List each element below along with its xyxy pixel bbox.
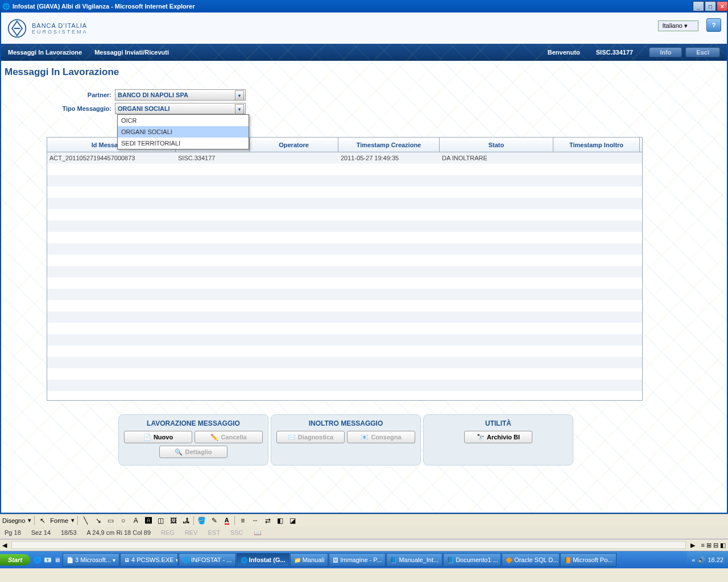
windows-taskbar: Start 🌐 📧 🖥 📄3 Microsoft... ▾ 🖥4 PCSWS.E… [0, 551, 728, 568]
diagram-icon[interactable]: ◫ [156, 516, 166, 525]
language-select[interactable]: Italiano ▾ [658, 20, 698, 31]
line-color-icon[interactable]: ✎ [209, 516, 219, 525]
maximize-button[interactable]: □ [705, 1, 716, 11]
help-button[interactable]: ? [706, 18, 721, 32]
panel-lavorazione: LAVORAZIONE MESSAGGIO 📄Nuovo ✏️Cancella … [118, 414, 268, 465]
navbar: Messaggi In Lavorazione Messaggi Inviati… [1, 44, 727, 61]
close-button[interactable]: × [717, 1, 728, 11]
dropdown-option-oicr[interactable]: OICR [118, 115, 249, 126]
pointer-icon[interactable]: ↖ [38, 516, 47, 525]
col-operatore[interactable]: Operatore [250, 138, 338, 152]
word-status-bar: Pg 18 Sez 14 18/53 A 24,9 cm Ri 18 Col 8… [0, 526, 728, 539]
status-book-icon: 📖 [254, 529, 262, 537]
quick-ie-icon[interactable]: 🌐 [32, 556, 43, 564]
disegno-menu[interactable]: Disegno [2, 517, 25, 524]
tray-clock: 18.22 [708, 556, 723, 563]
word-drawing-toolbar: Disegno▾ ↖ Forme▾ ╲ ↘ ▭ ○ A 🅰 ◫ 🖼 🏞 🪣 ✎ … [0, 514, 728, 526]
task-manuale[interactable]: 📘Manuale_Int... [386, 553, 442, 567]
status-ssc: SSC [230, 529, 243, 536]
nuovo-button[interactable]: 📄Nuovo [124, 431, 192, 443]
dropdown-option-organi[interactable]: ORGANI SOCIALI [118, 126, 249, 138]
col-timestamp-creazione[interactable]: Timestamp Creazione [338, 138, 440, 152]
partner-label: Partner: [58, 92, 115, 98]
quick-desk-icon[interactable]: 🖥 [53, 556, 63, 563]
forme-menu[interactable]: Forme [50, 517, 68, 524]
line-icon[interactable]: ╲ [81, 516, 90, 525]
tray-chevron[interactable]: « [692, 556, 695, 563]
col-timestamp-inoltro[interactable]: Timestamp Inoltro [553, 138, 640, 152]
tipo-label: Tipo Messaggio: [58, 105, 115, 112]
cell-ts: 2011-05-27 19:49:35 [338, 155, 440, 161]
task-microsoft[interactable]: 📄3 Microsoft... ▾ [63, 553, 119, 567]
arrow-style-icon[interactable]: ⇄ [263, 516, 272, 525]
dropdown-option-sedi[interactable]: SEDI TERRITORIALI [118, 138, 249, 149]
cell-cat: SISC.334177 [176, 155, 250, 161]
status-est: EST [208, 529, 220, 536]
task-infostat2[interactable]: 🌐Infostat (G... [237, 553, 289, 567]
task-ppt[interactable]: 📙Microsoft Po... [560, 553, 617, 567]
consegna-button[interactable]: 📧Consegna [347, 431, 415, 443]
tipo-dropdown[interactable]: OICR ORGANI SOCIALI SEDI TERRITORIALI [117, 114, 249, 149]
panel-title: LAVORAZIONE MESSAGGIO [123, 419, 263, 427]
tray-vol-icon[interactable]: 🔊 [697, 556, 705, 564]
cancella-button[interactable]: ✏️Cancella [195, 431, 263, 443]
archivio-button[interactable]: 🔭Archivio BI [464, 431, 532, 443]
welcome-label: Benvenuto [548, 49, 580, 56]
col-stato[interactable]: Stato [440, 138, 553, 152]
nav-messaggi-lavorazione[interactable]: Messaggi In Lavorazione [8, 49, 82, 56]
textbox-icon[interactable]: A [131, 516, 140, 525]
rect-icon[interactable]: ▭ [106, 516, 115, 525]
mail-icon: ✉️ [288, 434, 296, 441]
fill-icon[interactable]: 🪣 [197, 516, 206, 525]
ie-icon: 🌐 [2, 3, 10, 10]
erase-icon: ✏️ [210, 434, 218, 441]
panel-inoltro: INOLTRO MESSAGGIO ✉️Diagnostica 📧Consegn… [271, 414, 421, 465]
message-grid: Id Messaggio Categoria Operatore Timesta… [47, 137, 643, 401]
start-button[interactable]: Start [0, 554, 30, 566]
wordart-icon[interactable]: 🅰 [143, 516, 153, 525]
plus-icon: 📄 [143, 434, 151, 441]
task-pcsws[interactable]: 🖥4 PCSWS.EXE ▾ [120, 553, 178, 567]
bank-subtitle: EUROSISTEMA [32, 29, 88, 35]
window-titlebar: 🌐 Infostat (GIAVA) Albi di Vigilanza - M… [0, 0, 728, 13]
status-pages: 18/53 [61, 529, 77, 536]
3d-icon[interactable]: ◪ [288, 516, 297, 525]
nav-messaggi-inviati[interactable]: Messaggi Inviati/Ricevuti [94, 49, 169, 56]
table-row[interactable]: ACT_20110527194457000873 SISC.334177 201… [47, 152, 642, 164]
page-title: Messaggi In Lavorazione [1, 61, 727, 84]
quick-ol-icon[interactable]: 📧 [43, 556, 53, 564]
diagnostica-button[interactable]: ✉️Diagnostica [276, 431, 345, 443]
clipart-icon[interactable]: 🖼 [168, 516, 178, 525]
send-icon: 📧 [361, 434, 369, 441]
panel-title: UTILITÀ [428, 419, 568, 427]
arrow-icon[interactable]: ↘ [93, 516, 103, 525]
font-color-icon[interactable]: A [222, 516, 231, 525]
minimize-button[interactable]: _ [693, 1, 704, 11]
status-pos: A 24,9 cm Ri 18 Col 89 [87, 529, 151, 536]
task-doc1[interactable]: 📘Documento1 ... [443, 553, 501, 567]
status-sez: Sez 14 [31, 529, 51, 536]
panel-utilita: UTILITÀ 🔭Archivio BI [423, 414, 573, 465]
shadow-icon[interactable]: ◧ [275, 516, 285, 525]
exit-button[interactable]: Esci [685, 47, 720, 57]
window-title: Infostat (GIAVA) Albi di Vigilanza - Mic… [13, 3, 195, 10]
oval-icon[interactable]: ○ [118, 516, 128, 525]
cell-stato: DA INOLTRARE [440, 155, 553, 161]
line-weight-icon[interactable]: ≡ [238, 516, 247, 525]
bank-logo-icon [7, 18, 27, 39]
binoculars-icon: 🔭 [477, 434, 485, 441]
task-immagine[interactable]: 🖼Immagine - P... [329, 553, 386, 567]
partner-select[interactable]: BANCO DI NAPOLI SPA [115, 89, 246, 101]
task-infostat1[interactable]: 🌐INFOSTAT - ... [179, 553, 236, 567]
system-tray[interactable]: « 🔊 18.22 [687, 551, 728, 568]
picture-icon[interactable]: 🏞 [181, 516, 191, 525]
dash-icon[interactable]: ┄ [250, 516, 260, 525]
info-button[interactable]: Info [649, 47, 682, 57]
tipo-messaggio-select[interactable]: ORGANI SOCIALI [115, 103, 246, 114]
word-horizontal-scrollbar[interactable]: ◀ ▶ ≡ ⊞ ⊟ ◧ [0, 539, 728, 551]
browser-content: BANCA D'ITALIA EUROSISTEMA Italiano ▾ ? … [0, 13, 728, 514]
panel-title: INOLTRO MESSAGGIO [276, 419, 416, 427]
task-manuali[interactable]: 📁Manuali [290, 553, 329, 567]
dettaglio-button[interactable]: 🔍Dettaglio [159, 446, 228, 458]
task-oracle[interactable]: 🔶Oracle SQL D... [502, 553, 560, 567]
